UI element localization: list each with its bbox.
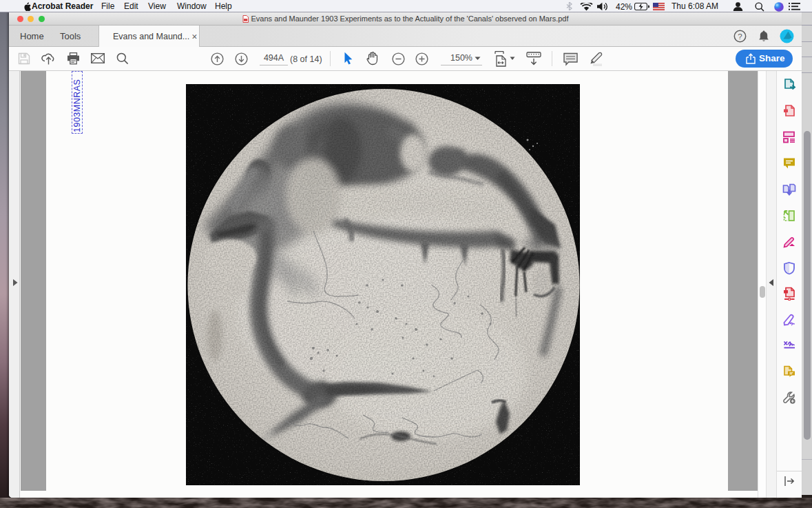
svg-text:?: ?	[738, 32, 742, 41]
